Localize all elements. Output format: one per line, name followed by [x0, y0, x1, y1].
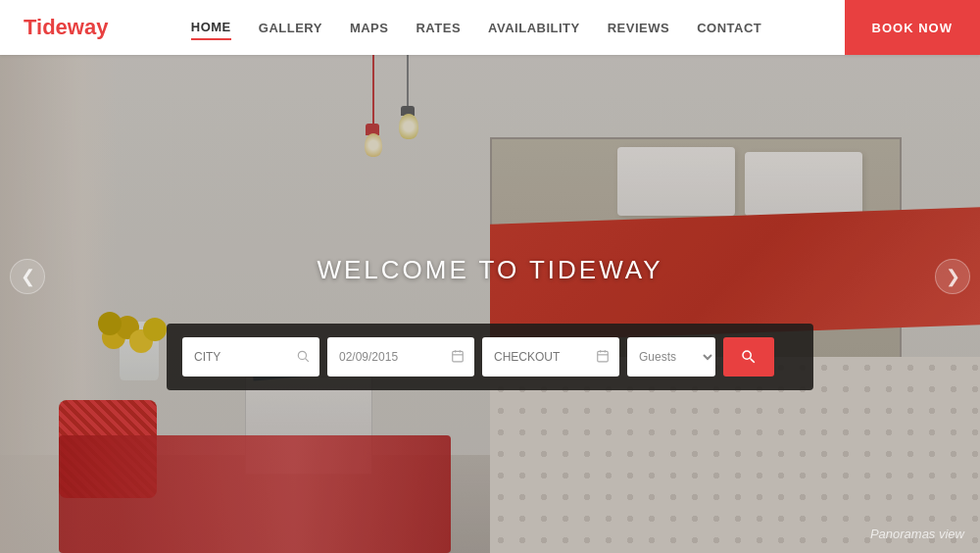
search-button[interactable] — [723, 337, 774, 377]
nav-availability[interactable]: AVAILABILITY — [488, 17, 580, 39]
main-nav: HOME GALLERY MAPS RATES AVAILABILITY REV… — [191, 16, 762, 40]
checkout-input-group — [482, 337, 619, 377]
checkout-input[interactable] — [482, 337, 619, 377]
checkin-input[interactable] — [327, 337, 474, 377]
guests-select[interactable]: Guests 1 Guest 2 Guests 3 Guests 4 Guest… — [627, 337, 715, 377]
city-input-group — [182, 337, 319, 377]
checkin-input-group — [327, 337, 474, 377]
nav-gallery[interactable]: GALLERY — [259, 17, 322, 39]
nav-maps[interactable]: MAPS — [350, 17, 389, 39]
panoramas-text: Panoramas view — [870, 527, 964, 541]
guests-select-group: Guests 1 Guest 2 Guests 3 Guests 4 Guest… — [627, 337, 715, 377]
welcome-text: WELCOME TO TIDEWAY — [317, 255, 662, 285]
chevron-right-icon: ❯ — [946, 266, 960, 287]
next-arrow-button[interactable]: ❯ — [935, 259, 970, 294]
book-now-button[interactable]: BOOK NOW — [845, 0, 980, 55]
nav-home[interactable]: HOME — [191, 16, 231, 40]
search-bar: Guests 1 Guest 2 Guests 3 Guests 4 Guest… — [167, 324, 813, 390]
nav-rates[interactable]: RATES — [416, 17, 461, 39]
nav-reviews[interactable]: REVIEWS — [608, 17, 669, 39]
city-input[interactable] — [182, 337, 319, 377]
header: Tideway HOME GALLERY MAPS RATES AVAILABI… — [0, 0, 980, 55]
hero-overlay — [0, 55, 980, 553]
chevron-left-icon: ❮ — [21, 266, 35, 287]
hero-section: WELCOME TO TIDEWAY — [0, 0, 980, 553]
previous-arrow-button[interactable]: ❮ — [10, 259, 45, 294]
logo[interactable]: Tideway — [0, 15, 108, 40]
nav-contact[interactable]: CONTACT — [697, 17, 761, 39]
